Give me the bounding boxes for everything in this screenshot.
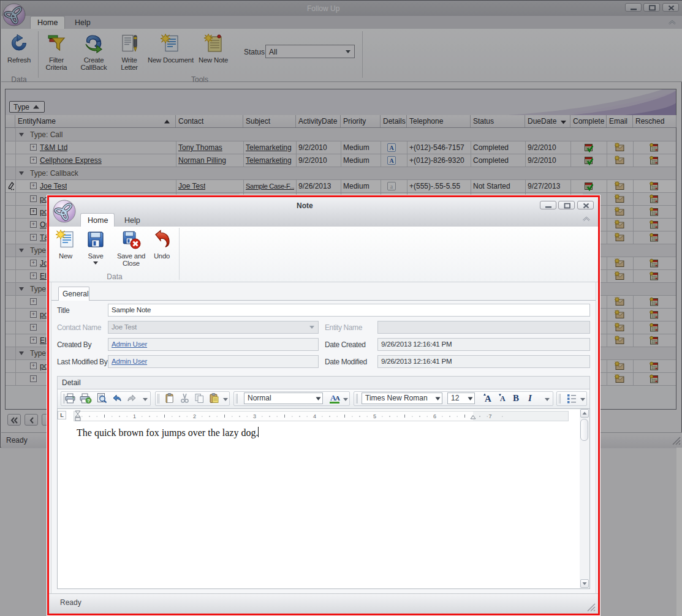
svg-text:4: 4 <box>313 413 316 419</box>
svg-text:?: ? <box>87 398 90 404</box>
svg-text:A: A <box>500 394 506 403</box>
svg-text:1: 1 <box>133 413 136 419</box>
svg-text:7: 7 <box>488 413 491 419</box>
svg-text:A: A <box>335 394 340 402</box>
svg-text:3: 3 <box>253 413 256 419</box>
svg-text:5: 5 <box>373 413 376 419</box>
svg-text:2: 2 <box>193 413 196 419</box>
svg-text:6: 6 <box>433 413 436 419</box>
